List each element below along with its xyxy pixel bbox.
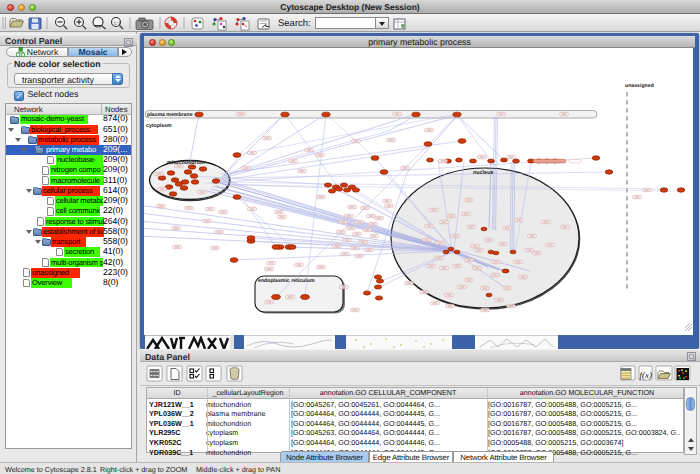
svg-text:endoplasmic reticulum: endoplasmic reticulum — [258, 278, 315, 284]
svg-text:mitochondrion: mitochondrion — [167, 160, 205, 166]
svg-text:unassigned: unassigned — [625, 83, 654, 89]
svg-text:1:1: 1:1 — [114, 21, 121, 27]
svg-text:cytoplasm: cytoplasm — [146, 123, 172, 129]
svg-text:plasma membrane: plasma membrane — [147, 112, 193, 118]
svg-text:f(x): f(x) — [640, 370, 653, 380]
svg-text:nucleus: nucleus — [473, 170, 493, 176]
